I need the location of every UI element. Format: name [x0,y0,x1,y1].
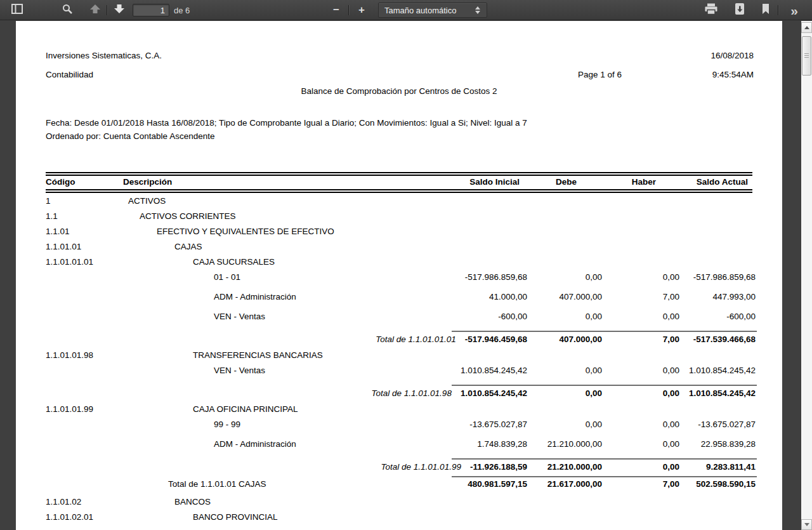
report-title: Balance de Comprobación por Centros de C… [16,86,782,96]
account-code: 1.1.01.01.99 [46,404,93,414]
plus-icon: + [358,4,365,17]
table-row: Total de 1.1.01.01.981.010.854.245,420,0… [16,385,782,404]
arrow-down-icon [114,4,125,17]
print-icon [704,3,718,17]
filter-line-2: Ordenado por: Cuenta Contable Ascendente [46,131,214,141]
column-header-saldo-actual: Saldo Actual [697,177,748,187]
account-code: 1.1.01.01.98 [46,350,93,361]
print-button[interactable] [702,1,721,19]
next-page-button[interactable] [110,1,128,19]
amount-sa: -13.675.027,87 [645,420,756,430]
account-description: CAJA SUCURSALES [193,257,275,267]
download-icon [734,3,745,18]
table-row: 1.1ACTIVOS CORRIENTES [16,211,782,227]
table-row: 1ACTIVOS [16,196,782,211]
account-code: 1.1.01.02.01 [46,512,93,522]
zoom-in-button[interactable]: + [353,1,370,19]
account-description: ACTIVOS CORRIENTES [140,211,236,222]
toggle-sidebar-button[interactable] [8,1,27,19]
amount-sa: 447.993,00 [645,292,756,302]
bookmark-icon [761,3,770,17]
account-code: 1.1.01 [46,227,70,237]
page-of-label: Page 1 of 6 [578,70,622,79]
account-code: 1.1 [46,211,58,222]
column-header-saldo-inicial: Saldo Inicial [469,177,520,187]
total-label-and-saldo-inicial: Total de 1.1.01.01.01-517.946.459,68 [123,335,527,345]
bookmark-button[interactable] [757,1,774,19]
pdf-toolbar: de 6 − + Tamaño automático [0,0,812,20]
filter-line-1: Fecha: Desde 01/01/2018 Hasta 16/08/2018… [46,118,527,128]
column-header-descripcion: Descripción [123,177,172,187]
scroll-up-button[interactable] [801,22,812,33]
triangle-up-icon [804,26,809,29]
cost-center-name: 99 - 99 [214,420,240,430]
column-header-codigo: Código [46,177,75,187]
table-row: 1.1.01.02BANCOS [16,497,782,512]
table-row: 1.1.01EFECTIVO Y EQUIVALENTES DE EFECTIV… [16,227,782,242]
toolbar-separator [107,5,107,15]
zoom-select[interactable]: Tamaño automático [378,3,487,18]
pdf-viewer-area: Inversiones Sistematicas, C.A. 16/08/201… [0,21,812,530]
page-number-input[interactable] [133,4,169,17]
table-row: ADM - Administración1.748.839,2821.210.0… [16,439,782,459]
cost-center-name: 01 - 01 [214,272,240,282]
table-row: 1.1.01.01.99CAJA OFICINA PRINCIPAL [16,404,782,420]
total-rule [452,476,757,477]
amount-sa: 22.958.839,28 [645,439,756,449]
total-rule [452,385,757,386]
amount-sa: 1.010.854.245,42 [645,388,756,399]
scrollbar-thumb[interactable] [802,36,811,76]
report-date: 16/08/2018 [710,51,754,60]
cost-center-name: ADM - Administración [214,439,296,449]
cost-center-name: VEN - Ventas [214,366,265,376]
account-description: BANCOS [174,497,211,507]
table-header-rule [46,189,752,193]
select-arrows-icon [475,6,480,14]
company-name: Inversiones Sistematicas, C.A. [46,51,162,60]
amount-sa: -517.539.466,68 [645,335,756,345]
triangle-down-icon [804,523,809,526]
previous-page-button[interactable] [86,1,104,19]
amount-sa: -517.986.859,68 [645,272,756,282]
find-button[interactable] [58,1,76,19]
module-name: Contabilidad [46,70,93,79]
column-header-haber: Haber [632,177,656,187]
scrollbar-grip-icon [804,53,809,59]
zoom-out-button[interactable]: − [327,1,345,19]
account-code: 1.1.01.01.01 [46,257,93,267]
total-rule [452,331,757,332]
total-label: Total de 1.1.01.01.98 [372,388,452,398]
table-row: 1.1.01.02.01BANCO PROVINCIAL [16,512,782,527]
page-count-label: de 6 [174,6,190,15]
account-description: TRANSFERENCIAS BANCARIAS [193,350,323,361]
column-header-debe: Debe [556,177,577,187]
secondary-toolbar-toggle-button[interactable]: » [784,1,804,19]
table-body: 1ACTIVOS1.1ACTIVOS CORRIENTES1.1.01EFECT… [16,196,782,527]
table-row: ADM - Administración41.000,00407.000,007… [16,292,782,312]
double-chevron-right-icon: » [790,4,798,17]
cost-center-name: VEN - Ventas [214,312,265,322]
account-description: EFECTIVO Y EQUIVALENTES DE EFECTIVO [157,227,334,237]
amount-sa: 1.010.854.245,42 [645,366,756,376]
table-row: Total de 1.1.01.01 CAJAS480.981.597,1521… [16,478,782,497]
scroll-down-button[interactable] [801,519,812,530]
toolbar-separator [348,5,349,15]
cost-center-name: ADM - Administración [214,292,296,302]
table-row: 1.1.01.01.01CAJA SUCURSALES [16,257,782,272]
minus-icon: − [333,4,339,17]
vertical-scrollbar[interactable] [801,21,812,530]
table-row: VEN - Ventas-600,000,000,00-600,00 [16,312,782,331]
account-code: 1.1.01.02 [46,497,81,507]
table-row: 99 - 99-13.675.027,870,000,00-13.675.027… [16,420,782,439]
download-button[interactable] [731,1,749,19]
table-top-rule [46,172,752,176]
total-label: Total de 1.1.01.01.01 [376,335,455,344]
document-page: Inversiones Sistematicas, C.A. 16/08/201… [16,21,782,530]
arrow-up-icon [89,4,101,17]
account-code: 1.1.01.01 [46,242,81,252]
account-description: CAJAS [174,242,202,252]
amount-sa: -600,00 [645,312,756,322]
account-description: CAJA OFICINA PRINCIPAL [193,404,298,414]
report-time: 9:45:54AM [712,70,754,79]
total-label-and-saldo-inicial: Total de 1.1.01.01.99-11.926.188,59 [123,462,527,472]
